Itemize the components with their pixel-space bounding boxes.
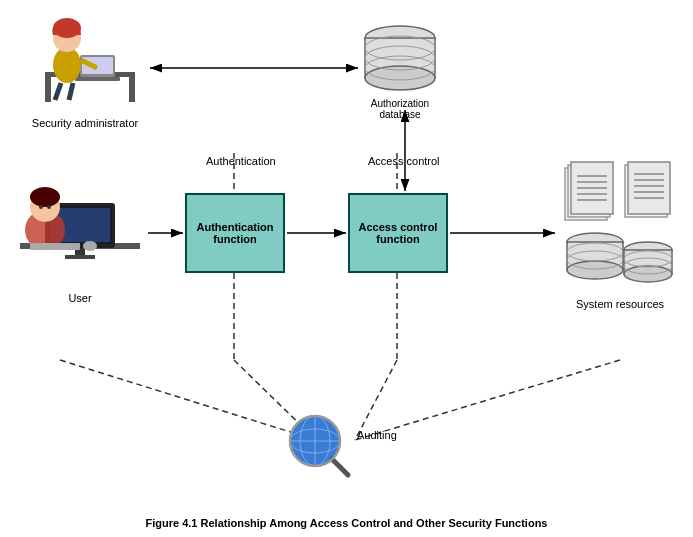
- auth-function-box: Authentication function: [185, 193, 285, 273]
- user-section: User: [15, 155, 145, 304]
- security-admin-icon: [25, 10, 145, 110]
- user-label: User: [15, 292, 145, 304]
- auth-db-icon: [355, 20, 445, 100]
- system-resources-label: System resources: [560, 298, 680, 310]
- svg-rect-36: [65, 255, 95, 259]
- authentication-label: Authentication: [206, 155, 276, 167]
- user-icon: [15, 155, 145, 285]
- auditing-label: Auditing: [357, 429, 397, 441]
- access-control-label: Access control: [368, 155, 440, 167]
- svg-rect-18: [75, 77, 120, 81]
- svg-line-12: [355, 360, 397, 440]
- auditing-icon: [280, 409, 360, 479]
- system-resources-icon: [560, 160, 680, 290]
- svg-line-24: [69, 83, 73, 100]
- system-resources-section: System resources: [560, 160, 680, 310]
- svg-rect-42: [30, 243, 80, 250]
- svg-line-23: [55, 83, 61, 100]
- svg-point-43: [83, 241, 97, 251]
- svg-point-19: [53, 47, 81, 83]
- auditing-section: Auditing: [280, 409, 360, 482]
- access-control-box: Access control function: [348, 193, 448, 273]
- svg-rect-15: [129, 77, 135, 102]
- diagram-container: Security administrator Authorization dat…: [0, 0, 693, 537]
- svg-rect-14: [45, 77, 51, 102]
- svg-line-75: [332, 459, 348, 475]
- svg-point-39: [30, 187, 60, 207]
- svg-point-62: [567, 261, 623, 279]
- svg-line-10: [355, 360, 620, 440]
- auth-db-section: Authorization database: [355, 20, 445, 120]
- security-admin-label: Security administrator: [25, 117, 145, 129]
- security-admin-section: Security administrator: [25, 10, 145, 129]
- figure-caption: Figure 4.1 Relationship Among Access Con…: [0, 517, 693, 529]
- auth-db-label: Authorization database: [371, 98, 429, 120]
- svg-line-9: [60, 360, 316, 440]
- svg-point-41: [47, 205, 51, 209]
- svg-rect-54: [628, 162, 670, 214]
- svg-point-40: [39, 205, 43, 209]
